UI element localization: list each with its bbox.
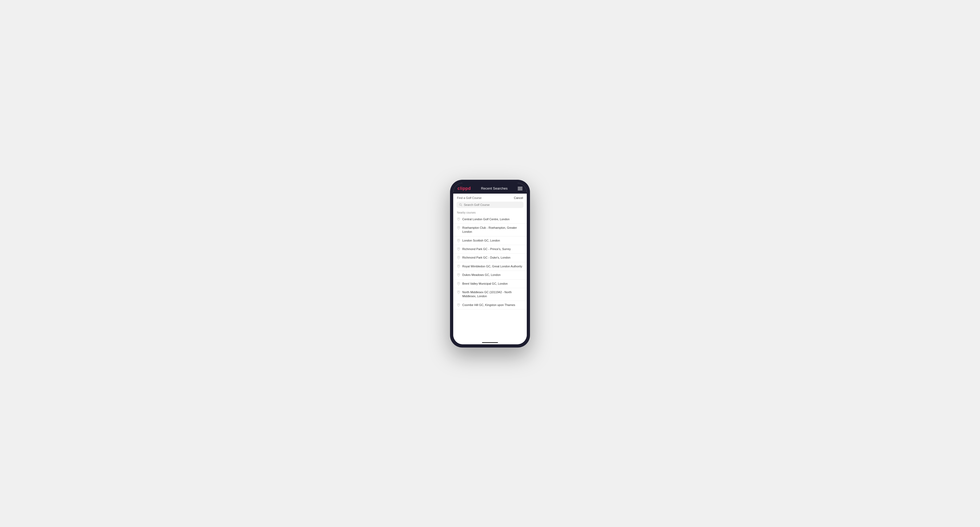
courses-list: Central London Golf Centre, London Roeha… [453, 215, 527, 339]
course-name: Central London Golf Centre, London [462, 217, 509, 221]
course-name: London Scottish GC, London [462, 239, 500, 243]
svg-point-4 [458, 240, 459, 240]
course-name: Richmond Park GC - Duke's, London [462, 256, 511, 260]
main-content: Find a Golf Course Cancel Nearby courses [453, 194, 527, 339]
menu-icon[interactable] [518, 187, 522, 190]
list-item[interactable]: Coombe Hill GC, Kingston upon Thames [453, 301, 527, 310]
course-name: Roehampton Club - Roehampton, Greater Lo… [462, 226, 523, 234]
course-name: Dukes Meadows GC, London [462, 273, 501, 277]
location-pin-icon [457, 282, 460, 286]
svg-line-1 [461, 205, 462, 206]
list-item[interactable]: Richmond Park GC - Prince's, Surrey [453, 245, 527, 254]
search-input[interactable] [464, 203, 521, 206]
find-bar: Find a Golf Course Cancel [453, 194, 527, 202]
list-item[interactable]: London Scottish GC, London [453, 237, 527, 245]
search-box [457, 202, 523, 208]
phone-frame: clippd Recent Searches Find a Golf Cours… [450, 180, 530, 348]
location-pin-icon [457, 273, 460, 277]
location-pin-icon [457, 256, 460, 260]
svg-point-11 [458, 304, 459, 305]
list-item[interactable]: Roehampton Club - Roehampton, Greater Lo… [453, 224, 527, 237]
svg-point-10 [458, 291, 459, 292]
phone-screen: clippd Recent Searches Find a Golf Cours… [453, 183, 527, 344]
list-item[interactable]: North Middlesex GC (1011942 - North Midd… [453, 288, 527, 301]
list-item[interactable]: Central London Golf Centre, London [453, 215, 527, 224]
svg-point-2 [458, 218, 459, 219]
home-indicator [453, 339, 527, 344]
course-name: Brent Valley Municipal GC, London [462, 282, 508, 286]
course-name: North Middlesex GC (1011942 - North Midd… [462, 290, 523, 298]
app-header: clippd Recent Searches [453, 183, 527, 194]
page-title: Recent Searches [481, 186, 508, 190]
course-name: Coombe Hill GC, Kingston upon Thames [462, 303, 515, 307]
home-bar [482, 342, 498, 343]
list-item[interactable]: Brent Valley Municipal GC, London [453, 279, 527, 288]
svg-point-9 [458, 283, 459, 284]
svg-point-3 [458, 227, 459, 228]
app-logo: clippd [458, 186, 471, 191]
find-label: Find a Golf Course [457, 196, 482, 200]
location-pin-icon [457, 217, 460, 221]
svg-point-6 [458, 257, 459, 258]
location-pin-icon [457, 303, 460, 307]
svg-point-5 [458, 248, 459, 249]
search-icon [459, 203, 462, 206]
location-pin-icon [457, 226, 460, 230]
list-item[interactable]: Royal Wimbledon GC, Great London Authori… [453, 262, 527, 271]
location-pin-icon [457, 239, 460, 243]
location-pin-icon [457, 290, 460, 294]
svg-point-8 [458, 274, 459, 275]
list-item[interactable]: Dukes Meadows GC, London [453, 271, 527, 279]
svg-point-7 [458, 265, 459, 266]
course-name: Royal Wimbledon GC, Great London Authori… [462, 264, 522, 268]
list-item[interactable]: Richmond Park GC - Duke's, London [453, 254, 527, 262]
location-pin-icon [457, 248, 460, 251]
cancel-button[interactable]: Cancel [514, 196, 523, 200]
nearby-section-label: Nearby courses [453, 210, 527, 215]
course-name: Richmond Park GC - Prince's, Surrey [462, 247, 511, 251]
location-pin-icon [457, 265, 460, 268]
